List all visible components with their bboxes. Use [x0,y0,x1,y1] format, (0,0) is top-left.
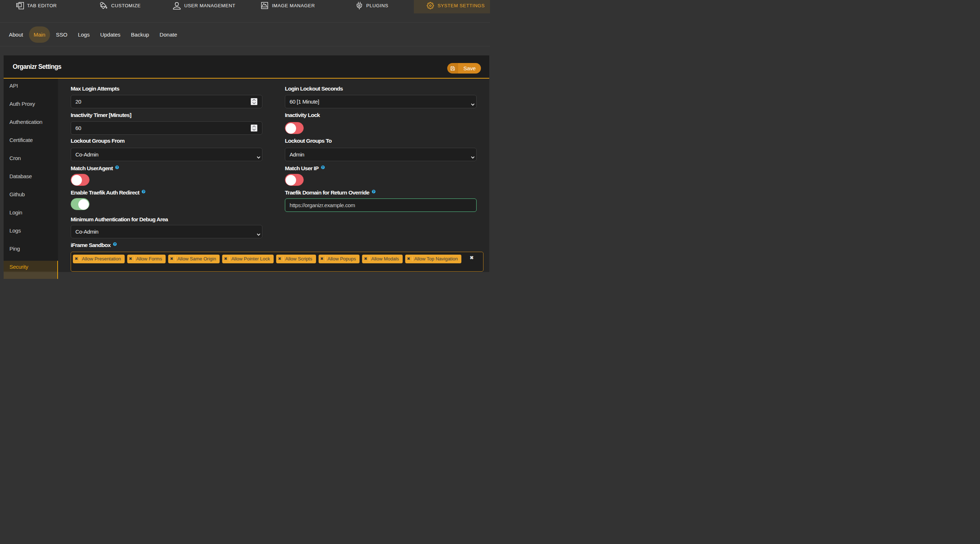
login-lockout-seconds-select[interactable]: 60 [1 Minute] [285,95,477,108]
nav-image-manager[interactable]: IMAGE MANAGER [246,0,330,13]
nav-user-management[interactable]: USER MANAGEMENT [162,0,246,13]
tab-label: Logs [78,32,90,38]
help-icon[interactable]: ? [321,165,325,169]
tag-label: Allow Forms [134,256,166,262]
number-stepper[interactable] [251,125,257,132]
tab-main[interactable]: Main [29,27,50,43]
field-label: Login Lockout Seconds [285,86,477,92]
field-label: Lockout Groups To [285,138,477,144]
sidebar-item-database[interactable]: Database [4,170,58,188]
inactivity-timer-input[interactable]: 60 [71,121,262,135]
sidebar-item-security[interactable]: Security [4,261,58,272]
save-button[interactable]: Save [447,63,481,73]
remove-tag-x-icon[interactable]: ✖ [127,257,134,261]
remove-tag-x-icon[interactable]: ✖ [318,257,326,261]
remove-tag-x-icon[interactable]: ✖ [222,257,229,261]
save-button-label: Save [458,63,481,73]
settings-tabs: About Main SSO Logs Updates Backup Donat… [0,22,490,46]
panel-header: Organizr Settings Save [4,56,489,79]
sidebar-item-logs[interactable]: Logs [4,225,58,243]
sandbox-tag-chip[interactable]: ✖Allow Popups [318,255,360,263]
field-label: Traefik Domain for Return Override? [285,190,477,195]
sandbox-tag-chip[interactable]: ✖Allow Scripts [276,255,316,263]
traefik-domain-input[interactable]: https://organizr.example.com [285,198,477,212]
field-label: Enable Traefik Auth Redirect? [71,190,262,195]
tab-label: Backup [131,32,149,38]
sidebar-item-auth-proxy[interactable]: Auth Proxy [4,98,58,116]
match-user-ip-toggle[interactable] [285,174,304,186]
paint-bucket-icon [100,2,108,10]
tag-chip-row: ✖Allow Presentation✖Allow Forms✖Allow Sa… [73,255,481,263]
lockout-groups-from-select[interactable]: Co-Admin [71,148,262,161]
tab-donate[interactable]: Donate [154,27,182,43]
sidebar-item-ping[interactable]: Ping [4,243,58,261]
remove-tag-x-icon[interactable]: ✖ [362,257,369,261]
tab-label: SSO [56,32,67,38]
toggle-knob [72,175,82,186]
field-label: Minimum Authentication for Debug Area [71,217,262,222]
nav-plugins[interactable]: PLUGINS [330,0,414,13]
sidebar-item-login[interactable]: Login [4,206,58,225]
tab-label: Main [34,32,46,38]
nav-tab-editor[interactable]: TAB EDITOR [0,0,78,13]
sidebar-item-github[interactable]: Github [4,188,58,206]
topnav-items: TAB EDITOR CUSTOMIZE USER MANAGEMENT [0,0,490,13]
nav-item-label: IMAGE MANAGER [272,3,315,8]
max-login-attempts-input[interactable]: 20 [71,95,262,108]
sidebar-item-cron[interactable]: Cron [4,152,58,170]
nav-item-label: CUSTOMIZE [111,3,141,8]
sandbox-tag-chip[interactable]: ✖Allow Pointer Lock [222,255,274,263]
tab-backup[interactable]: Backup [126,27,154,43]
remove-tag-x-icon[interactable]: ✖ [276,257,283,261]
minimum-authentication-select[interactable]: Co-Admin [71,225,262,238]
help-icon[interactable]: ? [115,165,119,169]
inactivity-lock-toggle[interactable] [285,122,304,134]
match-useragent-toggle[interactable] [71,174,89,186]
plug-icon [356,2,363,10]
sidebar-item-authentication[interactable]: Authentication [4,116,58,134]
chevron-down-icon [471,154,474,160]
field-label: Inactivity Lock [285,112,477,118]
remove-tag-x-icon[interactable]: ✖ [168,257,175,261]
help-icon[interactable]: ? [372,190,375,193]
tag-label: Allow Top Navigation [412,256,461,262]
nav-item-label: SYSTEM SETTINGS [438,3,485,8]
sandbox-tag-chip[interactable]: ✖Allow Presentation [73,255,125,263]
lockout-groups-to-select[interactable]: Admin [285,148,477,161]
tab-logs[interactable]: Logs [73,27,95,43]
help-icon[interactable]: ? [113,242,117,246]
tab-label: Updates [100,32,120,38]
sandbox-tag-chip[interactable]: ✖Allow Top Navigation [405,255,461,263]
page-title: Organizr Settings [13,63,61,71]
settings-form: Max Login Attempts 20 Inactivity Timer [… [58,79,489,271]
tab-about[interactable]: About [4,27,28,43]
tag-label: Allow Presentation [80,256,125,262]
nav-customize[interactable]: CUSTOMIZE [78,0,162,13]
field-label: Match User IP? [285,165,477,171]
traefik-auth-redirect-toggle[interactable] [71,198,89,210]
image-icon [261,2,269,10]
nav-item-label: PLUGINS [366,3,388,8]
nav-item-label: TAB EDITOR [27,3,57,8]
nav-system-settings[interactable]: SYSTEM SETTINGS [414,0,490,13]
tab-label: About [9,32,23,38]
gear-icon [426,2,434,10]
tab-updates[interactable]: Updates [95,27,126,43]
sandbox-tag-chip[interactable]: ✖Allow Modals [362,255,402,263]
sandbox-tag-chip[interactable]: ✖Allow Same Origin [168,255,220,263]
floppy-disk-icon [447,63,458,73]
sidebar-item-api[interactable]: API [4,80,58,98]
remove-tag-x-icon[interactable]: ✖ [405,257,412,261]
tab-sso[interactable]: SSO [51,27,73,43]
clear-all-x-icon[interactable]: ✖ [470,255,474,260]
iframe-sandbox-tags-input[interactable]: ✖Allow Presentation✖Allow Forms✖Allow Sa… [71,252,484,272]
remove-tag-x-icon[interactable]: ✖ [73,257,80,261]
help-icon[interactable]: ? [142,190,145,193]
field-label: Max Login Attempts [71,86,262,92]
field-label: Inactivity Timer [Minutes] [71,112,262,118]
tag-label: Allow Popups [326,256,360,262]
sidebar-item-certificate[interactable]: Certificate [4,134,58,152]
number-stepper[interactable] [251,98,257,105]
tab-label: Donate [159,32,177,38]
sandbox-tag-chip[interactable]: ✖Allow Forms [127,255,166,263]
